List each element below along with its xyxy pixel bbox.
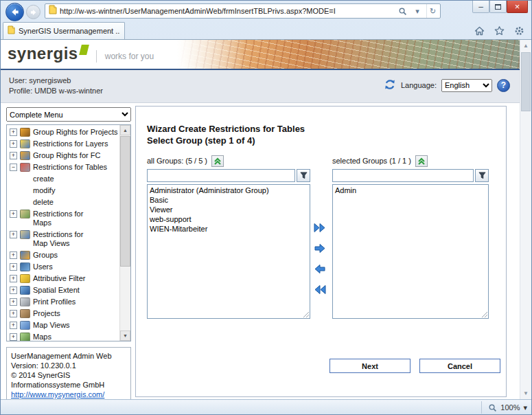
menu-filter-select[interactable]: Complete Menu: [6, 107, 131, 122]
list-option[interactable]: Viewer: [148, 205, 309, 214]
all-groups-listbox[interactable]: Administrator (Administrator Group)Basic…: [147, 184, 310, 319]
list-option[interactable]: Administrator (Administrator Group): [148, 186, 309, 195]
tree-item-label: Spatial Extent: [33, 286, 80, 295]
scroll-up-icon[interactable]: ▲: [520, 40, 531, 52]
expand-icon[interactable]: +: [10, 298, 17, 306]
address-bar[interactable]: ▾ ↻: [45, 3, 441, 19]
help-button[interactable]: ?: [497, 79, 510, 92]
expand-icon[interactable]: +: [10, 251, 17, 259]
move-right-button[interactable]: [312, 243, 328, 254]
minimize-button[interactable]: –: [472, 1, 489, 13]
tree-item[interactable]: +Groups: [8, 249, 118, 261]
zoom-magnifier-icon: [488, 403, 497, 412]
tree-item[interactable]: +Restrictions for Map Views: [8, 229, 118, 249]
tree-item[interactable]: +Restrictions for Layers: [8, 138, 118, 150]
close-button[interactable]: ×: [507, 1, 528, 13]
sync-icon[interactable]: [384, 78, 396, 92]
expand-icon[interactable]: +: [10, 275, 17, 282]
tree-item[interactable]: +Restrictions for Maps: [8, 208, 118, 229]
forward-button[interactable]: [26, 5, 41, 19]
tree-item[interactable]: +Map Views: [8, 319, 118, 331]
tree-subitem[interactable]: modify: [8, 185, 118, 197]
expand-icon[interactable]: +: [10, 263, 17, 271]
tree-item[interactable]: +Users: [8, 261, 118, 273]
refresh-selected-groups-button[interactable]: [415, 155, 428, 167]
all-groups-column: all Groups: (5 / 5 ): [147, 155, 310, 319]
tree-item-label: Restrictions for Tables: [33, 163, 107, 172]
selected-groups-filter-input[interactable]: [332, 169, 474, 182]
list-option[interactable]: WIEN-Mitarbeiter: [148, 224, 309, 234]
list-option[interactable]: web-support: [148, 214, 309, 224]
resize-grip-icon[interactable]: [302, 311, 309, 317]
url-input[interactable]: [60, 7, 393, 15]
list-option[interactable]: Admin: [334, 186, 487, 195]
filter-funnel-icon: [300, 172, 308, 179]
refresh-all-groups-button[interactable]: [211, 155, 224, 167]
tree-scrollbar[interactable]: ▲ ▼: [119, 125, 130, 341]
language-select[interactable]: English: [441, 79, 492, 92]
tree-scroll-thumb[interactable]: [120, 136, 130, 267]
expand-icon[interactable]: +: [10, 128, 17, 136]
tree-item[interactable]: +Print Profiles: [8, 296, 118, 308]
expand-icon[interactable]: +: [10, 333, 17, 341]
expand-icon[interactable]: +: [10, 322, 17, 329]
tree-item-label: Restrictions for Maps: [33, 210, 91, 227]
tree-item[interactable]: +Group Rights for Projects: [8, 126, 118, 138]
tree-subitem[interactable]: create: [8, 173, 118, 185]
groups-icon: [20, 251, 30, 260]
spatial-extent-icon: [20, 286, 30, 295]
tree-subitem[interactable]: delete: [8, 197, 118, 208]
all-groups-filter-button[interactable]: [297, 169, 310, 182]
tree-scroll-down-icon[interactable]: ▼: [120, 330, 130, 341]
move-all-right-button[interactable]: [312, 222, 328, 234]
selected-groups-filter-button[interactable]: [475, 169, 489, 182]
cancel-button[interactable]: Cancel: [419, 359, 500, 373]
tree-item[interactable]: +Projects: [8, 308, 118, 319]
home-icon[interactable]: [472, 24, 486, 38]
zoom-dropdown-icon[interactable]: ▾: [523, 403, 527, 412]
page-content: Complete Menu ▲ ▼ +Group Rights for Proj…: [1, 103, 520, 399]
language-controls: Language: English ?: [384, 78, 510, 92]
tree-subitem-label: create: [33, 175, 54, 183]
expand-icon[interactable]: +: [10, 210, 17, 218]
scroll-thumb[interactable]: [521, 52, 531, 111]
selected-groups-listbox[interactable]: Admin: [332, 184, 489, 319]
refresh-icon[interactable]: ↻: [426, 4, 439, 18]
tree-item[interactable]: +Spatial Extent: [8, 284, 118, 296]
footer-link[interactable]: http://www.mysynergis.com/: [11, 390, 104, 399]
collapse-icon[interactable]: −: [10, 164, 17, 171]
next-button[interactable]: Next: [329, 359, 410, 373]
tree-item[interactable]: +Group Rights for FC: [8, 150, 118, 161]
move-left-button[interactable]: [312, 263, 328, 275]
expand-icon[interactable]: +: [10, 231, 17, 238]
maximize-icon: [495, 4, 501, 10]
expand-icon[interactable]: +: [10, 310, 17, 317]
browser-toolbar: ▾ ↻ – ×: [1, 1, 531, 21]
page-scrollbar[interactable]: ▲ ▼: [520, 40, 531, 399]
search-icon[interactable]: [396, 4, 408, 18]
tree-scroll-up-icon[interactable]: ▲: [120, 125, 130, 135]
resize-grip-icon[interactable]: [481, 311, 487, 317]
browser-action-icons: [472, 24, 526, 38]
menu-tree: ▲ ▼ +Group Rights for Projects+Restricti…: [6, 124, 131, 341]
favorites-star-icon[interactable]: [492, 24, 506, 38]
footer-company: Informationssysteme GmbH: [11, 380, 126, 390]
list-option[interactable]: Basic: [148, 195, 309, 205]
address-dropdown-icon[interactable]: ▾: [411, 4, 424, 18]
expand-icon[interactable]: +: [10, 152, 17, 159]
projects-icon: [20, 309, 30, 318]
scroll-down-icon[interactable]: ▼: [520, 388, 531, 399]
expand-icon[interactable]: +: [10, 287, 17, 294]
expand-icon[interactable]: +: [10, 140, 17, 148]
tree-item[interactable]: +Attributive Filter: [8, 273, 118, 284]
settings-gear-icon[interactable]: [512, 24, 526, 38]
restrictions-map-views-icon: [20, 230, 30, 239]
move-all-left-button[interactable]: [312, 284, 328, 295]
browser-tab[interactable]: SynerGIS Usermanagement ...: [3, 22, 125, 39]
all-groups-filter-input[interactable]: [147, 169, 295, 182]
tree-item[interactable]: −Restrictions for Tables: [8, 161, 118, 173]
back-button[interactable]: [5, 3, 24, 21]
zoom-control[interactable]: 100% ▾: [481, 401, 527, 414]
tree-item[interactable]: +Maps: [8, 331, 118, 341]
maximize-button[interactable]: [489, 1, 507, 13]
